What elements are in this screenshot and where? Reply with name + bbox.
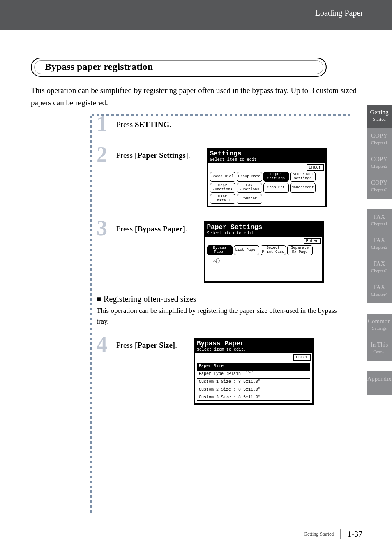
step-key: [Paper Settings] bbox=[135, 151, 188, 160]
side-tab-sub: Chapter2 bbox=[367, 245, 392, 250]
step-pre: Press bbox=[116, 120, 135, 129]
step-number: 3 bbox=[97, 219, 116, 238]
side-tabs: Getting Started COPY Chapter1 COPY Chapt… bbox=[367, 105, 392, 395]
step-key: [Paper Size] bbox=[135, 341, 175, 349]
side-tab-fax2[interactable]: FAX Chapter2 bbox=[367, 233, 392, 256]
page-number: 1-37 bbox=[347, 530, 362, 539]
screen-paper-settings: Paper Settings Select item to edit. Ente… bbox=[204, 221, 324, 283]
side-tab-fax3[interactable]: FAX Chapter3 bbox=[367, 256, 392, 280]
step-text: Press [Paper Settings]. bbox=[116, 145, 190, 164]
breadcrumb: Loading Paper bbox=[315, 8, 363, 18]
screen-bypass-paper: Bypass Paper Select item to edit. Enter … bbox=[194, 338, 314, 405]
side-tab-sub: Case... bbox=[367, 349, 392, 354]
dotted-divider-vertical bbox=[90, 114, 92, 513]
side-tab-title: COPY bbox=[367, 179, 392, 186]
step-text: Press SETTING. bbox=[116, 114, 171, 129]
step-post: . bbox=[175, 341, 177, 349]
screen-button[interactable]: Counter bbox=[237, 194, 262, 204]
step-post: . bbox=[185, 224, 187, 233]
screen-button[interactable]: Select Print Cass bbox=[261, 245, 286, 255]
side-tab-sub: Chapter4 bbox=[367, 291, 392, 296]
side-tab-common[interactable]: Common Settings bbox=[367, 314, 392, 337]
side-tab-title: Common bbox=[367, 318, 392, 325]
screen-button[interactable]: Group Name bbox=[237, 172, 262, 182]
header-strip: Loading Paper bbox=[0, 0, 392, 30]
step-post: . bbox=[188, 151, 190, 160]
screen-button[interactable]: Speed Dial bbox=[210, 172, 235, 182]
side-tab-appendix[interactable]: Appendix bbox=[367, 371, 392, 395]
side-tab-title: COPY bbox=[367, 156, 392, 163]
screen-button[interactable]: Store Doc Settings bbox=[290, 172, 316, 182]
page-footer: Getting Started 1-37 bbox=[304, 529, 362, 539]
side-tab-title: FAX bbox=[367, 260, 392, 267]
side-tab-copy1[interactable]: COPY Chapter1 bbox=[367, 128, 392, 152]
section-heading-box: Bypass paper registration bbox=[31, 58, 327, 77]
side-tab-getting-started[interactable]: Getting Started bbox=[367, 105, 392, 128]
dotted-divider-horizontal bbox=[90, 114, 353, 116]
side-tab-sub: Started bbox=[367, 117, 392, 122]
step-post: . bbox=[169, 120, 171, 129]
screen-settings: Settings Select item to edit. Enter Spee… bbox=[207, 148, 327, 207]
screen-subtitle: Select item to edit. bbox=[205, 231, 322, 237]
screen-button[interactable]: List Paper bbox=[234, 245, 259, 255]
side-tab-inthiscase[interactable]: In This Case... bbox=[367, 337, 392, 361]
side-tab-sub: Settings bbox=[367, 326, 392, 331]
enter-button[interactable]: Enter bbox=[294, 355, 310, 360]
step-3: 3 Press [Bypass Paper]. Paper Settings S… bbox=[92, 219, 360, 283]
side-tab-title: COPY bbox=[367, 132, 392, 139]
step-4: 4 Press [Paper Size]. Bypass Paper Selec… bbox=[92, 335, 360, 405]
screen-button[interactable]: Copy Functions bbox=[210, 183, 235, 193]
side-tab-sub: Chapter3 bbox=[367, 268, 392, 273]
side-tab-title: Getting bbox=[367, 109, 392, 116]
screen-title: Settings bbox=[208, 149, 325, 157]
side-tab-copy2[interactable]: COPY Chapter2 bbox=[367, 152, 392, 175]
side-tab-title: In This bbox=[367, 341, 392, 348]
footer-section: Getting Started bbox=[304, 531, 334, 537]
subsection-body: This operation can be simplified by regi… bbox=[92, 304, 345, 331]
enter-button[interactable]: Enter bbox=[307, 165, 323, 170]
side-tab-fax4[interactable]: FAX Chapter4 bbox=[367, 280, 392, 303]
side-tab-sub: Chapter2 bbox=[367, 164, 392, 169]
side-tab-sub: Chapter1 bbox=[367, 140, 392, 145]
screen-button-selected[interactable]: Bypass Paper bbox=[207, 245, 233, 255]
side-tab-sub: Chapter3 bbox=[367, 187, 392, 192]
step-pre: Press bbox=[116, 224, 135, 233]
footer-divider bbox=[340, 529, 341, 539]
step-1: 1 Press SETTING. bbox=[92, 114, 360, 134]
screen-subtitle: Select item to edit. bbox=[195, 347, 312, 353]
screen-subtitle: Select item to edit. bbox=[208, 157, 325, 163]
screen-row-selected[interactable]: Paper Size bbox=[197, 363, 310, 370]
side-tab-title: FAX bbox=[367, 213, 392, 220]
screen-button[interactable]: Management bbox=[290, 183, 316, 193]
step-key: [Bypass Paper] bbox=[135, 224, 185, 233]
subsection-heading: Registering often-used sizes bbox=[92, 294, 360, 304]
screen-button[interactable]: User Install bbox=[210, 194, 235, 204]
side-tab-title: FAX bbox=[367, 284, 392, 291]
step-2: 2 Press [Paper Settings]. Settings Selec… bbox=[92, 145, 360, 207]
side-tab-copy3[interactable]: COPY Chapter3 bbox=[367, 175, 392, 199]
screen-row[interactable]: Custom 1 Size : 8.5x11.0" bbox=[197, 378, 310, 385]
screen-button[interactable]: Fax Functions bbox=[237, 183, 262, 193]
screen-row[interactable]: Custom 3 Size : 8.5x11.0" bbox=[197, 394, 310, 401]
side-tab-sub: Chapter1 bbox=[367, 221, 392, 226]
step-text: Press [Paper Size]. bbox=[116, 335, 177, 354]
screen-title: Bypass Paper bbox=[195, 339, 312, 347]
side-tab-fax1[interactable]: FAX Chapter1 bbox=[367, 209, 392, 233]
screen-button[interactable]: Separate Rx Page bbox=[287, 245, 313, 255]
step-number: 4 bbox=[97, 335, 116, 354]
section-heading: Bypass paper registration bbox=[45, 61, 317, 72]
enter-button[interactable]: Enter bbox=[304, 238, 321, 244]
step-pre: Press bbox=[116, 341, 135, 349]
step-text: Press [Bypass Paper]. bbox=[116, 219, 187, 238]
screen-title: Paper Settings bbox=[205, 223, 322, 231]
step-number: 2 bbox=[97, 145, 116, 164]
intro-text: This operation can be simplified by regi… bbox=[31, 84, 364, 109]
step-number: 1 bbox=[97, 114, 116, 134]
screen-row[interactable]: Custom 2 Size : 8.5x11.0" bbox=[197, 386, 310, 393]
side-tab-title: Appendix bbox=[367, 375, 392, 382]
side-tab-title: FAX bbox=[367, 237, 392, 244]
step-pre: Press bbox=[116, 151, 135, 160]
step-key: SETTING bbox=[135, 120, 169, 129]
